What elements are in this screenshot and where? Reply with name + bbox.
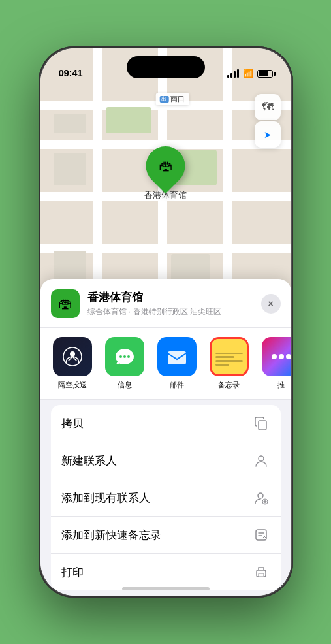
action-add-quick-note[interactable]: 添加到新快速备忘录 <box>51 517 281 554</box>
svg-point-8 <box>258 493 263 498</box>
action-new-contact[interactable]: 新建联系人 <box>51 442 281 479</box>
action-copy[interactable]: 拷贝 <box>51 405 281 442</box>
share-item-messages[interactable]: 信息 <box>103 337 146 390</box>
compass-button[interactable]: ➤ <box>255 121 281 148</box>
location-pin: 🏟 香港体育馆 <box>144 146 187 201</box>
notes-icon <box>210 337 249 376</box>
dynamic-island <box>127 56 205 78</box>
map-block-1 <box>106 107 151 133</box>
share-item-airdrop[interactable]: 隔空投送 <box>51 337 94 390</box>
venue-desc: 综合体育馆 · 香港特别行政区 油尖旺区 <box>87 306 253 317</box>
status-time: 09:41 <box>59 67 83 78</box>
home-indicator <box>122 587 210 590</box>
signal-bar-4 <box>237 69 239 78</box>
action-new-contact-text: 新建联系人 <box>61 453 252 468</box>
pin-circle: 🏟 <box>138 138 193 194</box>
venue-name: 香港体育馆 <box>87 290 253 305</box>
more-dots <box>272 354 291 359</box>
svg-rect-6 <box>259 421 266 430</box>
new-contact-icon <box>252 451 270 470</box>
svg-point-7 <box>259 456 264 461</box>
action-add-quick-note-text: 添加到新快速备忘录 <box>61 528 252 543</box>
add-existing-contact-icon <box>252 489 270 507</box>
map-label-text: 南口 <box>170 94 185 104</box>
action-list: 拷贝 新建联系人 <box>51 405 281 590</box>
mail-label: 邮件 <box>170 380 184 390</box>
status-icons: 📶 <box>227 69 273 78</box>
pin-inner: 🏟 <box>159 157 173 174</box>
mail-icon <box>157 337 197 376</box>
dot-2 <box>279 354 284 359</box>
signal-bars-icon <box>227 69 239 78</box>
action-print-text: 打印 <box>61 565 252 580</box>
copy-icon <box>252 414 270 432</box>
phone-frame: 09:41 📶 <box>39 46 293 598</box>
battery-fill <box>259 71 268 76</box>
dot-3 <box>286 354 291 359</box>
dot-1 <box>272 354 277 359</box>
venue-icon: 🏟 <box>51 289 80 318</box>
svg-rect-10 <box>256 530 266 540</box>
map-block-4 <box>54 153 86 185</box>
venue-info: 香港体育馆 综合体育馆 · 香港特别行政区 油尖旺区 <box>87 290 253 317</box>
messages-icon <box>105 337 144 376</box>
share-item-more[interactable]: 推 <box>260 337 291 390</box>
share-item-notes[interactable]: 备忘录 <box>208 337 251 390</box>
svg-point-1 <box>70 351 75 357</box>
phone-inner: 09:41 📶 <box>40 48 291 596</box>
airdrop-icon <box>53 337 92 376</box>
map-type-button[interactable]: 🗺 <box>255 94 281 120</box>
svg-rect-5 <box>168 351 186 364</box>
action-add-existing-text: 添加到现有联系人 <box>61 491 252 506</box>
share-row: 隔空投送 信息 <box>40 328 291 400</box>
action-add-existing-contact[interactable]: 添加到现有联系人 <box>51 479 281 517</box>
svg-point-4 <box>127 355 130 358</box>
bottom-sheet: 🏟 香港体育馆 综合体育馆 · 香港特别行政区 油尖旺区 × <box>40 279 291 596</box>
map-btn-group: 🗺 ➤ <box>255 94 281 148</box>
action-copy-text: 拷贝 <box>61 416 252 431</box>
more-label: 推 <box>277 380 285 390</box>
map-label-dot: 出 <box>159 96 168 103</box>
print-icon <box>252 563 270 581</box>
notes-label: 备忘录 <box>218 380 240 390</box>
svg-point-3 <box>123 355 126 358</box>
battery-icon <box>257 70 273 78</box>
svg-point-2 <box>119 355 122 358</box>
signal-bar-2 <box>230 73 232 78</box>
airdrop-label: 隔空投送 <box>58 380 87 390</box>
signal-bar-3 <box>234 71 236 78</box>
sheet-header: 🏟 香港体育馆 综合体育馆 · 香港特别行政区 油尖旺区 × <box>40 279 291 328</box>
share-item-mail[interactable]: 邮件 <box>155 337 198 390</box>
map-block-2 <box>54 114 86 133</box>
close-button[interactable]: × <box>261 294 281 314</box>
signal-bar-1 <box>227 75 229 78</box>
wifi-icon: 📶 <box>243 69 253 78</box>
action-print[interactable]: 打印 <box>51 554 281 590</box>
messages-label: 信息 <box>118 380 132 390</box>
more-icon <box>262 337 291 376</box>
quick-note-icon <box>252 526 270 544</box>
svg-rect-12 <box>259 573 264 577</box>
map-label: 出 南口 <box>155 93 189 105</box>
